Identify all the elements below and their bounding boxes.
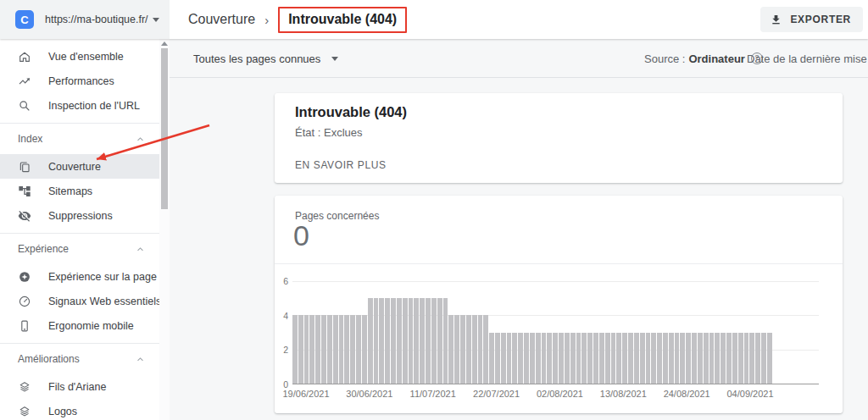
bar	[634, 333, 639, 384]
bar	[565, 333, 570, 384]
card-divider	[275, 263, 843, 264]
home-icon	[18, 50, 31, 64]
bar	[339, 315, 344, 384]
page-filter-label: Toutes les pages connues	[193, 52, 320, 65]
bar	[374, 298, 379, 384]
bar	[767, 333, 772, 384]
sidebar-section-experience[interactable]: Expérience	[0, 234, 159, 264]
topbar: C https://ma-boutique.fr/ Couverture › I…	[0, 0, 868, 39]
sidebar-item-label: Sitemaps	[48, 185, 92, 197]
bar	[489, 333, 494, 384]
bar	[657, 333, 662, 384]
sidebar-item-ergonomie-mobile[interactable]: Ergonomie mobile	[0, 313, 159, 338]
sidebar-item-label: Suppressions	[48, 210, 113, 222]
sidebar-section-ameliorations[interactable]: Améliorations	[0, 344, 159, 374]
bar-series	[292, 281, 819, 384]
bar	[755, 333, 760, 384]
x-axis-tick: 13/08/2021	[592, 389, 654, 399]
learn-more-button[interactable]: EN SAVOIR PLUS	[295, 156, 387, 174]
bar	[744, 333, 749, 384]
y-axis-tick: 2	[275, 345, 288, 355]
mobile-usability-icon	[18, 319, 31, 333]
bar	[726, 333, 732, 384]
bar	[593, 333, 598, 384]
bar	[385, 298, 390, 384]
bar	[501, 333, 506, 384]
breadcrumb-item-coverage[interactable]: Couverture	[188, 12, 255, 27]
bar	[454, 315, 459, 384]
export-button[interactable]: EXPORTER	[760, 7, 863, 32]
bar	[669, 333, 674, 384]
main-content: Toutes les pages connues Source : Ordina…	[170, 39, 868, 420]
bar	[622, 333, 627, 384]
bar	[350, 315, 355, 384]
sidebar-item-label: Inspection de l'URL	[48, 100, 140, 112]
bar	[437, 298, 442, 384]
sidebar-item-suppressions[interactable]: Suppressions	[0, 203, 159, 228]
removals-eye-off-icon	[18, 209, 31, 223]
bar	[732, 333, 737, 384]
scrollbar-thumb[interactable]	[161, 48, 168, 209]
sitemap-tree-icon	[18, 185, 31, 198]
sidebar-item-inspection-de-l-url[interactable]: Inspection de l'URL	[0, 93, 159, 118]
breadcrumb-current-annotated: Introuvable (404)	[278, 7, 407, 33]
bar	[599, 333, 604, 384]
last-update-label: Date de la dernière mise à jou	[747, 39, 868, 78]
sidebar-item-vue-d-ensemble[interactable]: Vue d'ensemble	[0, 44, 159, 69]
bar	[715, 333, 720, 384]
status-card-state: État : Exclues	[295, 126, 362, 139]
download-icon	[770, 14, 782, 26]
coverage-pages-icon	[18, 160, 31, 174]
bar	[547, 333, 552, 384]
bar	[628, 333, 633, 384]
bar	[518, 333, 523, 384]
caret-down-icon	[153, 18, 159, 22]
bar	[321, 315, 326, 384]
metric-value: 0	[293, 219, 309, 252]
source-info: Source : Ordinateur ?	[644, 39, 763, 78]
sidebar-item-sitemaps[interactable]: Sitemaps	[0, 179, 159, 203]
x-axis-tick: 22/07/2021	[465, 389, 528, 399]
sidebar-section-index[interactable]: Index	[0, 124, 159, 154]
bar	[651, 333, 656, 384]
bar	[570, 333, 576, 384]
chevron-up-icon	[136, 135, 145, 144]
sidebar-item-logos[interactable]: Logos	[0, 399, 159, 420]
breadcrumb: Couverture › Introuvable (404)	[188, 0, 407, 39]
performance-icon	[18, 75, 31, 88]
bar	[587, 333, 593, 384]
core-web-vitals-gauge-icon	[18, 295, 31, 308]
sidebar: Vue d'ensemblePerformancesInspection de …	[0, 39, 159, 420]
bar	[448, 315, 453, 384]
bar-chart-plot	[292, 281, 819, 384]
bar	[576, 333, 581, 384]
breadcrumbs-layers-icon	[18, 380, 31, 394]
bar	[368, 298, 373, 384]
status-card-title: Introuvable (404)	[295, 104, 407, 120]
source-value: Ordinateur	[688, 52, 744, 65]
x-axis-tick: 02/08/2021	[528, 389, 591, 399]
sidebar-item-couverture[interactable]: Couverture	[0, 154, 159, 179]
bar	[397, 298, 402, 384]
chevron-up-icon	[136, 245, 145, 254]
bar	[692, 333, 697, 384]
page-filter-dropdown[interactable]: Toutes les pages connues	[193, 39, 338, 78]
bar	[379, 298, 384, 384]
sidebar-item-performances[interactable]: Performances	[0, 69, 159, 93]
sidebar-item-label: Performances	[48, 75, 114, 87]
sidebar-item-fils-d-ariane[interactable]: Fils d'Ariane	[0, 374, 159, 399]
bar	[698, 333, 703, 384]
scrollbar-up-arrow-icon[interactable]	[161, 41, 168, 46]
sidebar-item-label: Signaux Web essentiels	[48, 296, 161, 307]
sidebar-item-signaux-web-essentiels[interactable]: Signaux Web essentiels	[0, 289, 159, 313]
sidebar-item-experience-sur-la-page[interactable]: Expérience sur la page	[0, 264, 159, 289]
bar	[704, 333, 709, 384]
property-url: https://ma-boutique.fr/	[45, 14, 153, 25]
bar	[362, 315, 367, 384]
status-card: Introuvable (404) État : Exclues EN SAVO…	[275, 93, 843, 183]
chevron-right-icon: ›	[264, 13, 269, 27]
bar	[512, 333, 517, 384]
url-inspection-search-icon	[18, 99, 31, 113]
bar	[431, 298, 437, 384]
property-selector[interactable]: C https://ma-boutique.fr/	[0, 0, 170, 39]
